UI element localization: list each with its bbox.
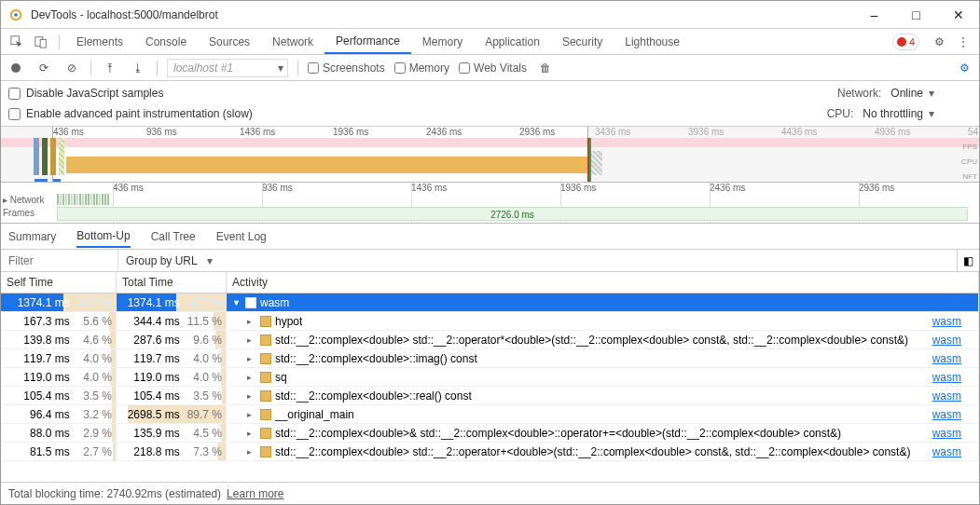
disclosure-triangle-icon[interactable]: ▸ [247, 391, 256, 401]
window-titlebar: DevTools - localhost:5000/mandelbrot – □… [1, 1, 979, 29]
overview-tick: 1436 ms [240, 127, 275, 137]
svg-point-5 [11, 63, 21, 73]
reload-record-button[interactable]: ⟳ [35, 61, 53, 75]
enable-paint-checkbox[interactable]: Enable advanced paint instrumentation (s… [8, 107, 253, 120]
error-badge[interactable]: 4 [892, 34, 919, 50]
overview-tick: 4936 ms [875, 127, 910, 137]
tab-lighthouse[interactable]: Lighthouse [614, 29, 691, 54]
clear-button[interactable]: ⊘ [62, 61, 81, 75]
flame-tick: 936 ms [262, 183, 293, 193]
disclosure-triangle-icon[interactable]: ▸ [247, 354, 256, 363]
screenshots-checkbox[interactable]: Screenshots [308, 61, 385, 75]
table-row[interactable]: 1374.1 ms 45.7 %1374.1 ms 45.7 %▼wasm [1, 293, 979, 312]
col-self-time[interactable]: Self Time [1, 272, 117, 293]
performance-toolbar: ⟳ ⊘ ⭱ ⭳ localhost #1 Screenshots Memory … [1, 55, 979, 81]
category-swatch-icon [260, 428, 271, 439]
learn-more-link[interactable]: Learn more [227, 487, 283, 500]
table-row[interactable]: 139.8 ms 4.6 %287.6 ms 9.6 %▸std::__2::c… [1, 331, 979, 349]
disclosure-triangle-icon[interactable]: ▸ [247, 373, 256, 382]
col-activity[interactable]: Activity [227, 272, 979, 293]
cpu-throttle-dropdown[interactable]: No throttling [859, 107, 934, 120]
memory-checkbox[interactable]: Memory [394, 61, 449, 75]
close-button[interactable]: ✕ [937, 1, 979, 28]
trash-icon[interactable]: 🗑 [536, 61, 555, 75]
error-count: 4 [909, 36, 915, 48]
frames-bar[interactable]: 2726.0 ms [57, 207, 968, 221]
devtools-icon [8, 7, 23, 22]
device-toggle-icon[interactable] [29, 29, 53, 54]
table-row[interactable]: 96.4 ms 3.2 %2698.5 ms 89.7 %▸__original… [1, 405, 979, 424]
tab-memory[interactable]: Memory [411, 29, 474, 54]
activity-name: std::__2::complex<double>::real() const [275, 389, 472, 403]
tab-console[interactable]: Console [134, 29, 198, 54]
more-menu-icon[interactable]: ⋮ [951, 29, 975, 54]
table-row[interactable]: 81.5 ms 2.7 %218.8 ms 7.3 %▸std::__2::co… [1, 443, 979, 461]
flamechart-header[interactable]: ▸ Network Frames 436 ms936 ms1436 ms1936… [1, 183, 979, 224]
download-icon[interactable]: ⭳ [129, 61, 147, 75]
network-throttle-dropdown[interactable]: Online [887, 87, 934, 100]
source-link[interactable]: wasm [932, 427, 961, 440]
network-track-label[interactable]: ▸ Network [3, 194, 44, 207]
col-total-time[interactable]: Total Time [117, 272, 227, 293]
flame-tick: 1436 ms [411, 183, 447, 193]
overview-tick: 3936 ms [688, 127, 724, 137]
maximize-button[interactable]: □ [895, 1, 937, 28]
disclosure-triangle-icon[interactable]: ▸ [247, 410, 256, 419]
source-link[interactable]: wasm [932, 389, 961, 403]
category-swatch-icon [260, 334, 271, 346]
disclosure-triangle-icon[interactable]: ▼ [232, 298, 242, 307]
upload-icon[interactable]: ⭱ [101, 61, 119, 75]
disable-js-checkbox[interactable]: Disable JavaScript samples [8, 87, 163, 100]
tab-sources[interactable]: Sources [198, 29, 261, 54]
source-link[interactable]: wasm [932, 334, 961, 347]
disclosure-triangle-icon[interactable]: ▸ [247, 335, 256, 345]
cpu-label: CPU: [827, 107, 854, 120]
timeline-overview[interactable]: 436 ms936 ms1436 ms1936 ms2436 ms2936 ms… [1, 127, 979, 183]
source-link[interactable]: wasm [932, 352, 961, 365]
tab-performance[interactable]: Performance [324, 29, 411, 54]
svg-point-1 [14, 13, 18, 17]
group-by-dropdown[interactable]: Group by URL [118, 254, 220, 267]
toggle-heaviest-stack-icon[interactable]: ◧ [957, 250, 979, 271]
source-link[interactable]: wasm [932, 445, 961, 458]
filter-input[interactable] [1, 250, 118, 271]
minimize-button[interactable]: – [853, 1, 895, 28]
webvitals-checkbox[interactable]: Web Vitals [459, 61, 527, 75]
tab-security[interactable]: Security [551, 29, 614, 54]
details-subtabs: SummaryBottom-UpCall TreeEvent Log [1, 224, 979, 250]
tab-application[interactable]: Application [474, 29, 551, 54]
settings-gear-icon[interactable]: ⚙ [927, 29, 951, 54]
overview-tick: 54 [968, 127, 978, 137]
source-link[interactable]: wasm [932, 408, 961, 421]
table-row[interactable]: 119.7 ms 4.0 %119.7 ms 4.0 %▸std::__2::c… [1, 349, 979, 368]
network-label: Network: [837, 87, 881, 100]
table-row[interactable]: 167.3 ms 5.6 %344.4 ms 11.5 %▸hypotwasm [1, 312, 979, 331]
subtab-event-log[interactable]: Event Log [216, 230, 267, 243]
tab-network[interactable]: Network [261, 29, 324, 54]
source-link[interactable]: wasm [932, 315, 961, 328]
table-row[interactable]: 88.0 ms 2.9 %135.9 ms 4.5 %▸std::__2::co… [1, 424, 979, 443]
track-label: FPS [961, 140, 977, 155]
frames-track-label: Frames [3, 207, 44, 220]
source-link[interactable]: wasm [932, 371, 961, 384]
error-dot-icon [897, 37, 906, 47]
subtab-bottom-up[interactable]: Bottom-Up [76, 225, 130, 248]
subtab-call-tree[interactable]: Call Tree [151, 230, 196, 243]
category-swatch-icon [260, 446, 271, 457]
record-button[interactable] [7, 62, 25, 74]
disclosure-triangle-icon[interactable]: ▸ [247, 447, 256, 457]
bottom-up-table: Self Time Total Time Activity 1374.1 ms … [1, 272, 979, 482]
table-row[interactable]: 105.4 ms 3.5 %105.4 ms 3.5 %▸std::__2::c… [1, 387, 979, 405]
table-row[interactable]: 119.0 ms 4.0 %119.0 ms 4.0 %▸sqwasm [1, 368, 979, 387]
activity-name: hypot [275, 315, 302, 328]
subtab-summary[interactable]: Summary [8, 230, 56, 243]
capture-settings-gear-icon[interactable]: ⚙ [955, 61, 973, 75]
disclosure-triangle-icon[interactable]: ▸ [247, 429, 256, 438]
inspect-icon[interactable] [5, 29, 29, 54]
tab-elements[interactable]: Elements [65, 29, 134, 54]
disclosure-triangle-icon[interactable]: ▸ [247, 317, 256, 326]
overview-tick: 4436 ms [781, 127, 817, 137]
profile-selector[interactable]: localhost #1 [167, 59, 288, 77]
activity-name: std::__2::complex<double>::imag() const [275, 352, 477, 365]
overview-tick: 436 ms [53, 127, 84, 137]
